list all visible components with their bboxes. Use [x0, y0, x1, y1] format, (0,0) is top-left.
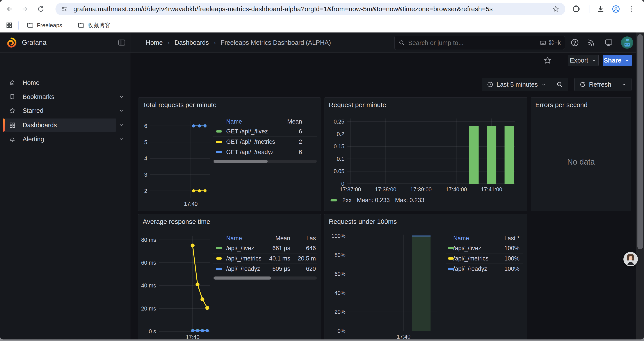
- zoom-out-button[interactable]: [551, 78, 568, 91]
- breadcrumb-home[interactable]: Home: [146, 39, 163, 46]
- table-scrollbar[interactable]: [213, 160, 317, 163]
- breadcrumb-dashboards[interactable]: Dashboards: [174, 39, 209, 46]
- sidebar-item-dashboards[interactable]: Dashboards: [0, 118, 130, 132]
- sidebar-item-bookmarks[interactable]: Bookmarks: [0, 90, 130, 104]
- y-axis-tick-label: 0%: [324, 327, 346, 334]
- chevron-down-icon[interactable]: [118, 136, 124, 143]
- download-icon[interactable]: [595, 4, 606, 14]
- table-separator: [446, 253, 523, 253]
- active-item-background: [3, 119, 116, 132]
- table-header: Las: [213, 235, 316, 242]
- bar-chart[interactable]: 100%80%60%40%20%0%17:40: [324, 214, 527, 339]
- grafana-brand[interactable]: Grafana: [22, 33, 46, 53]
- bar-chart[interactable]: 0.250.20.150.10.05017:37:0017:38:0017:39…: [324, 98, 527, 211]
- back-icon[interactable]: [4, 4, 15, 14]
- favorite-star-icon[interactable]: [544, 56, 552, 65]
- y-axis-tick-label: 0.2: [324, 131, 344, 137]
- sidebar-item-starred[interactable]: Starred: [0, 104, 130, 118]
- x-axis-tick-label: 17:40: [171, 201, 210, 207]
- y-axis-tick-label: 20 ms: [138, 305, 156, 312]
- browser-window: grafana.mathmast.com/d/deytv4rwavabkb/fr…: [0, 0, 644, 339]
- table-separator: [213, 147, 317, 147]
- page-scrollbar[interactable]: [636, 33, 644, 339]
- sidebar-item-label: Alerting: [22, 132, 44, 146]
- legend-series-value: 100%: [446, 245, 520, 252]
- extensions-icon[interactable]: [571, 4, 581, 14]
- help-icon[interactable]: [569, 37, 580, 48]
- refresh-label: Refresh: [589, 81, 611, 88]
- apps-grid-icon[interactable]: [4, 20, 14, 31]
- y-axis-tick-label: 0.05: [324, 168, 344, 174]
- chart-canvas: [324, 98, 527, 211]
- scrollbar-thumb[interactable]: [638, 34, 643, 249]
- refresh-interval-dropdown[interactable]: [616, 78, 631, 91]
- search-box[interactable]: ⌘+k: [394, 36, 565, 50]
- bookmark-star-icon[interactable]: [552, 6, 559, 14]
- time-range-label: Last 5 minutes: [496, 81, 538, 88]
- share-button[interactable]: Share: [603, 55, 622, 66]
- chevron-down-icon[interactable]: [118, 122, 124, 129]
- bookmark-folder-blogs[interactable]: 收藏博客: [74, 20, 114, 30]
- y-axis-tick-label: 40%: [324, 290, 346, 296]
- search-input[interactable]: [408, 39, 540, 47]
- time-picker-group: Last 5 minutes: [482, 78, 568, 91]
- alerting-bell-icon: [9, 136, 16, 143]
- bookmarks-icon: [9, 94, 16, 101]
- monitor-icon[interactable]: [603, 37, 614, 48]
- refresh-group: Refresh: [574, 78, 632, 91]
- news-rss-icon[interactable]: [586, 37, 597, 48]
- bookmark-folder-freeleaps[interactable]: Freeleaps: [24, 20, 65, 30]
- panel-errors-per-second: Errors per second No data: [531, 97, 631, 211]
- legend-series-name[interactable]: 2xx: [342, 197, 352, 204]
- keyboard-icon: [540, 40, 546, 46]
- table-scrollbar-thumb[interactable]: [214, 160, 268, 163]
- x-axis-tick-label: 17:37:00: [330, 186, 370, 193]
- y-axis-tick-label: 2: [138, 188, 147, 194]
- menu-kebab-icon[interactable]: [626, 4, 637, 14]
- profile-icon[interactable]: [611, 4, 621, 14]
- assistant-avatar[interactable]: [624, 252, 638, 266]
- search-shortcut: ⌘+k: [540, 39, 561, 46]
- sidebar-item-home[interactable]: Home: [0, 76, 130, 90]
- legend-series-value: 620: [213, 265, 316, 272]
- chevron-down-icon[interactable]: [118, 94, 124, 101]
- url-text[interactable]: grafana.mathmast.com/d/deytv4rwavabkb/fr…: [74, 5, 493, 13]
- panel-title[interactable]: Request per minute: [329, 101, 386, 109]
- share-dropdown-button[interactable]: [622, 55, 632, 66]
- legend-series-value: 6: [213, 128, 302, 135]
- panel-title[interactable]: Average response time: [143, 218, 210, 225]
- desktop: grafana.mathmast.com/d/deytv4rwavabkb/fr…: [0, 0, 644, 341]
- panel-title[interactable]: Requests under 100ms: [329, 218, 397, 225]
- url-bar[interactable]: grafana.mathmast.com/d/deytv4rwavabkb/fr…: [56, 3, 565, 15]
- search-icon: [398, 40, 405, 46]
- reload-icon[interactable]: [36, 4, 46, 14]
- sidebar-item-label: Dashboards: [22, 118, 57, 132]
- dock-menu-icon[interactable]: [118, 38, 126, 48]
- chart-legend[interactable]: 2xxMean: 0.233Max: 0.233: [330, 197, 424, 204]
- y-axis-tick-label: 0.15: [324, 143, 344, 150]
- site-info-icon[interactable]: [61, 6, 68, 13]
- export-button[interactable]: Export: [568, 55, 599, 66]
- x-axis-tick-label: 17:40: [384, 333, 423, 339]
- y-axis-tick-label: 100%: [324, 233, 346, 239]
- sidebar-item-alerting[interactable]: Alerting: [0, 132, 130, 146]
- panel-request-per-minute: Request per minute 0.250.20.150.10.05017…: [324, 97, 528, 211]
- legend-stat: Mean: 0.233: [357, 197, 390, 204]
- folder-icon: [27, 22, 34, 29]
- panel-title[interactable]: Total requests per minute: [143, 101, 216, 109]
- table-scrollbar[interactable]: [213, 276, 317, 279]
- grafana-logo[interactable]: [6, 37, 17, 49]
- table-scrollbar-thumb[interactable]: [214, 276, 271, 279]
- table-separator: [213, 263, 317, 264]
- chevron-down-icon[interactable]: [118, 108, 124, 114]
- legend-series-value: 100%: [446, 255, 520, 262]
- forward-icon[interactable]: [20, 4, 30, 14]
- refresh-button[interactable]: Refresh: [574, 78, 616, 91]
- panel-title[interactable]: Errors per second: [535, 101, 588, 109]
- breadcrumb-current: Freeleaps Metrics Dashboard (ALPHA): [221, 39, 331, 46]
- refresh-icon: [579, 81, 586, 88]
- time-range-picker[interactable]: Last 5 minutes: [482, 78, 551, 91]
- share-button-group: Share: [603, 55, 632, 66]
- chevron-down-icon: [621, 82, 626, 87]
- user-avatar[interactable]: [621, 37, 633, 49]
